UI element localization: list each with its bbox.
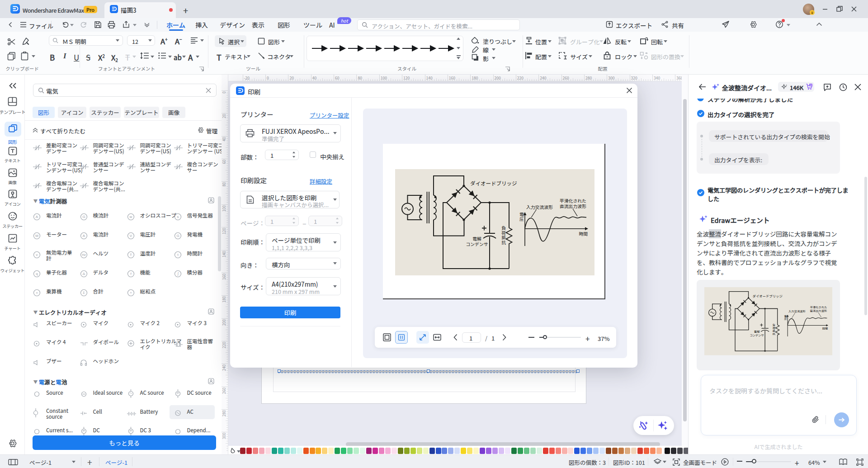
svg-text:∫: ∫ [177, 272, 179, 276]
svg-text:Δ: Δ [82, 272, 85, 276]
svg-text:G: G [82, 215, 85, 219]
svg-text:10: 10 [810, 84, 812, 86]
svg-text:q: q [36, 272, 38, 276]
svg-text:×: × [36, 291, 38, 295]
svg-text:v: v [36, 253, 38, 257]
svg-text:V: V [129, 234, 132, 238]
svg-text:M: M [35, 234, 38, 238]
svg-text:A: A [36, 215, 38, 219]
svg-text:T: T [130, 253, 132, 257]
svg-text:w: w [129, 215, 132, 219]
svg-text:G: G [176, 234, 179, 238]
svg-text:Hz: Hz [82, 253, 86, 256]
svg-text:s: s [177, 215, 179, 219]
svg-text:+: + [130, 291, 132, 295]
svg-text:t: t [177, 253, 179, 257]
svg-text:Σ: Σ [83, 291, 85, 295]
svg-text:f: f [130, 272, 132, 276]
svg-text:A: A [82, 234, 85, 238]
